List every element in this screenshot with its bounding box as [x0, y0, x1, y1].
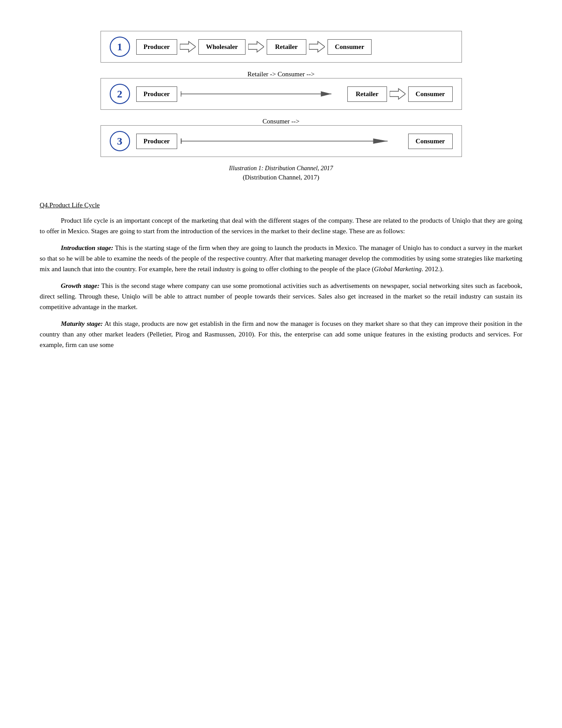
channel-row-3: 3 Producer Consumer: [100, 125, 462, 157]
producer-box-2: Producer: [136, 86, 178, 102]
channel-number-1: 1: [110, 37, 130, 57]
arrow-1c: [309, 41, 325, 53]
arrow-1a: [180, 41, 196, 53]
svg-marker-5: [321, 91, 331, 97]
caption-normal: (Distribution Channel, 2017): [243, 174, 320, 181]
para1: Product life cycle is an important conce…: [40, 215, 522, 236]
consumer-box-1: Consumer: [328, 39, 372, 55]
intro-stage-italic: Global Marketing: [374, 265, 422, 273]
consumer-box-3: Consumer: [408, 134, 453, 149]
arrow-2-long: [181, 88, 344, 100]
intro-stage-end: . 2012.).: [421, 265, 443, 273]
intro-stage-label: Introduction stage:: [61, 244, 113, 251]
q4-section: Q4.Product Life Cycle Product life cycle…: [40, 202, 522, 350]
svg-marker-2: [309, 41, 325, 52]
svg-marker-6: [390, 89, 406, 99]
growth-stage-text: This is the second stage where company c…: [40, 282, 522, 310]
svg-marker-1: [248, 41, 264, 52]
channel-row-2: 2 Producer Retailer Consumer: [100, 78, 462, 110]
growth-stage-label: Growth stage:: [61, 282, 100, 289]
maturity-stage-label: Maturity stage:: [61, 320, 103, 327]
arrow-3-long: [181, 135, 405, 147]
intro-stage-para: Introduction stage: This is the starting…: [40, 243, 522, 274]
arrow-1b: [248, 41, 264, 53]
wholesaler-box: Wholesaler: [198, 39, 246, 55]
growth-stage-para: Growth stage: This is the second stage w…: [40, 280, 522, 312]
producer-box-1: Producer: [136, 39, 178, 55]
channel-number-2: 2: [110, 84, 130, 104]
channel-row-1: 1 Producer Wholesaler Retailer Consumer: [100, 31, 462, 63]
caption-italic: Illustration 1: Distribution Channel, 20…: [229, 165, 333, 172]
producer-box-3: Producer: [136, 134, 178, 149]
retailer-box-2: Retailer: [347, 86, 387, 102]
section-heading: Q4.Product Life Cycle: [40, 202, 522, 209]
diagram-container: 1 Producer Wholesaler Retailer Consumer …: [40, 31, 522, 194]
channel-number-3: 3: [110, 131, 130, 151]
maturity-stage-para: Maturity stage: At this stage, products …: [40, 318, 522, 350]
maturity-stage-text: At this stage, products are now get esta…: [40, 320, 522, 348]
retailer-box-1: Retailer: [267, 39, 306, 55]
arrow-2b: [390, 88, 406, 100]
svg-marker-0: [180, 41, 196, 52]
consumer-box-2: Consumer: [408, 86, 453, 102]
svg-marker-9: [373, 138, 388, 144]
